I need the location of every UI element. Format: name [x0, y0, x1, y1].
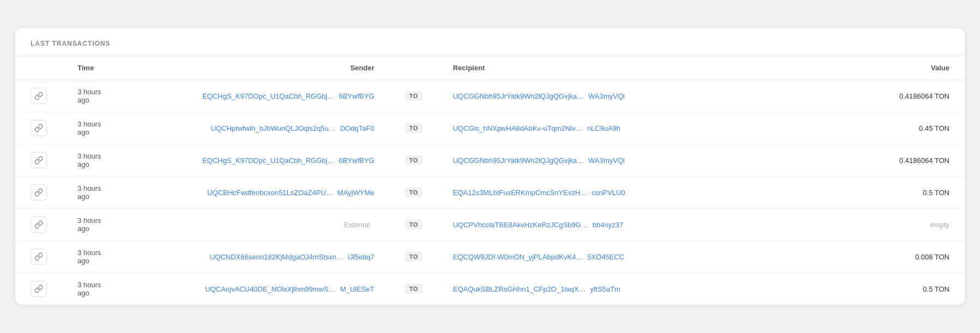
- table-row: 3 hours ago UQCAojvACU40DE_NOlxXjlhm99mw…: [15, 273, 965, 305]
- table-row: 3 hours ago UQCBHcFwdfenbcxon51LsZOaZ4PU…: [15, 177, 965, 209]
- link-icon[interactable]: [31, 281, 47, 297]
- time-text: 3 hours ago: [77, 249, 101, 265]
- row-icon-cell: [15, 241, 62, 273]
- row-icon-cell: [15, 273, 62, 305]
- card-header: LAST TRANSACTIONS: [15, 28, 965, 56]
- table-row: 3 hours agoExternalTO UQCPVhcclaTBE8AkvH…: [15, 209, 965, 241]
- row-badge-cell: TO: [390, 273, 438, 305]
- row-badge-cell: TO: [390, 144, 438, 177]
- sender-address-part1[interactable]: UQCNDX66senn182KjMdgaOJ4mStsxn…: [210, 253, 344, 261]
- recipient-address-sub[interactable]: csnPVLU0: [591, 189, 625, 197]
- table-row: 3 hours ago EQCHgS_K97DOpc_U1QaCbh_RGGbj…: [15, 144, 965, 177]
- row-value: 0.5 TON: [877, 273, 965, 305]
- recipient-address-main[interactable]: EQAQukSBLZRsGHhn1_CFp2O_1laqX…: [453, 285, 586, 293]
- to-badge: TO: [405, 284, 422, 294]
- sender-address-part1[interactable]: EQCHgS_K97DOpc_U1QaCbh_RGGbj…: [202, 92, 334, 100]
- time-text: 3 hours ago: [77, 184, 101, 201]
- row-value: 0.45 TON: [877, 112, 965, 144]
- row-sender: EQCHgS_K97DOpc_U1QaCbh_RGGbj… 6BYwfBYG: [128, 144, 390, 177]
- time-text: 3 hours ago: [77, 88, 101, 104]
- sender-address-part2[interactable]: 6BYwfBYG: [339, 156, 374, 165]
- time-text: 3 hours ago: [77, 152, 101, 168]
- row-time: 3 hours ago: [62, 273, 128, 305]
- row-value: 0.5 TON: [877, 177, 965, 209]
- recipient-address-main[interactable]: EQCQW9JDf-W0mON_yjPLAbpdKvK4…: [453, 253, 583, 261]
- to-badge: TO: [405, 91, 422, 101]
- row-value: 0.008 TON: [877, 241, 965, 273]
- sender-address-part2[interactable]: DOdqTaF0: [340, 124, 374, 132]
- sender-external-label: External: [344, 221, 370, 229]
- row-recipient: EQAQukSBLZRsGHhn1_CFp2O_1laqX… yftS5aTm: [438, 273, 877, 305]
- value-text: 0.5 TON: [923, 285, 949, 293]
- value-text: 0.45 TON: [919, 124, 949, 132]
- recipient-address-main[interactable]: UQCPVhcclaTBE8AkvHzKeRzJCgSb9G…: [453, 221, 588, 229]
- row-icon-cell: [15, 80, 62, 112]
- col-header-badge: [390, 56, 438, 80]
- row-recipient: UQCGGNbh95JrYatk9Wn2lQJgQGvjka… WA3myVQl: [438, 144, 877, 177]
- row-time: 3 hours ago: [62, 241, 128, 273]
- sender-address-part1[interactable]: UQCBHcFwdfenbcxon51LsZOaZ4PU…: [207, 189, 333, 197]
- to-badge: TO: [405, 220, 422, 229]
- value-text: 0.008 TON: [915, 253, 949, 261]
- recipient-address-main[interactable]: UQCGGNbh95JrYatk9Wn2lQJgQGvjka…: [453, 156, 584, 165]
- to-badge: TO: [405, 252, 422, 262]
- to-badge: TO: [405, 123, 422, 133]
- sender-address-part1[interactable]: UQCHptwfwlh_bJbWunQLJOqls2q5u…: [211, 124, 336, 132]
- link-icon[interactable]: [31, 216, 47, 233]
- recipient-address-sub[interactable]: 5XO45ECC: [587, 253, 624, 261]
- col-header-sender: Sender: [128, 56, 390, 80]
- row-icon-cell: [15, 177, 62, 209]
- recipient-address-sub[interactable]: bb4nyz37: [593, 221, 623, 229]
- row-recipient: EQA12s3MLbtFusERKmpCmcSnYEvzH… csnPVLU0: [438, 177, 877, 209]
- sender-address-part2[interactable]: MAyjWYMe: [337, 189, 374, 197]
- row-value: 0.4186064 TON: [877, 80, 965, 112]
- to-badge: TO: [405, 155, 422, 165]
- row-sender: EQCHgS_K97DOpc_U1QaCbh_RGGbj… 6BYwfBYG: [128, 80, 390, 112]
- recipient-address-main[interactable]: EQA12s3MLbtFusERKmpCmcSnYEvzH…: [453, 189, 587, 197]
- table-row: 3 hours ago UQCNDX66senn182KjMdgaOJ4mSts…: [15, 241, 965, 273]
- sender-address-part2[interactable]: M_UlESeT: [340, 285, 374, 293]
- row-time: 3 hours ago: [62, 177, 128, 209]
- link-icon[interactable]: [31, 249, 47, 265]
- col-header-value: Value: [877, 56, 965, 80]
- row-badge-cell: TO: [390, 177, 438, 209]
- recipient-address-main[interactable]: UQCGGNbh95JrYatk9Wn2lQJgQGvjka…: [453, 92, 584, 100]
- link-icon[interactable]: [31, 184, 47, 201]
- row-time: 3 hours ago: [62, 144, 128, 177]
- sender-address-part1[interactable]: EQCHgS_K97DOpc_U1QaCbh_RGGbj…: [202, 156, 334, 165]
- row-recipient: UQCGGNbh95JrYatk9Wn2lQJgQGvjka… WA3myVQl: [438, 80, 877, 112]
- row-badge-cell: TO: [390, 209, 438, 241]
- link-icon[interactable]: [31, 88, 47, 104]
- row-value: 0.4186064 TON: [877, 144, 965, 177]
- time-text: 3 hours ago: [77, 281, 101, 297]
- sender-address-part2[interactable]: iJl5ebq7: [348, 253, 374, 261]
- transactions-table: Time Sender Recipient Value 3 hours ago …: [15, 56, 965, 305]
- row-sender: UQCBHcFwdfenbcxon51LsZOaZ4PU… MAyjWYMe: [128, 177, 390, 209]
- value-text: 0.4186064 TON: [899, 92, 949, 100]
- row-sender: UQCHptwfwlh_bJbWunQLJOqls2q5u… DOdqTaF0: [128, 112, 390, 144]
- sender-address-part2[interactable]: 6BYwfBYG: [339, 92, 374, 100]
- row-sender: UQCNDX66senn182KjMdgaOJ4mStsxn… iJl5ebq7: [128, 241, 390, 273]
- recipient-address-sub[interactable]: yftS5aTm: [590, 285, 620, 293]
- recipient-address-main[interactable]: UQCGis_hNXpwHA8dAbKv-uTqm2Nlv…: [453, 124, 583, 132]
- row-badge-cell: TO: [390, 112, 438, 144]
- row-badge-cell: TO: [390, 80, 438, 112]
- row-recipient: UQCPVhcclaTBE8AkvHzKeRzJCgSb9G… bb4nyz37: [438, 209, 877, 241]
- value-text: 0.5 TON: [923, 189, 949, 197]
- link-icon[interactable]: [31, 152, 47, 168]
- row-value: empty: [877, 209, 965, 241]
- col-header-icon: [15, 56, 62, 80]
- link-icon[interactable]: [31, 120, 47, 136]
- row-sender: External: [128, 209, 390, 241]
- to-badge: TO: [405, 187, 422, 197]
- row-icon-cell: [15, 112, 62, 144]
- recipient-address-sub[interactable]: WA3myVQl: [588, 156, 625, 165]
- recipient-address-sub[interactable]: WA3myVQl: [588, 92, 625, 100]
- recipient-address-sub[interactable]: nLC9uA9h: [587, 124, 620, 132]
- sender-address-part1[interactable]: UQCAojvACU40DE_NOlxXjlhm99mwS…: [205, 285, 336, 293]
- time-text: 3 hours ago: [77, 120, 101, 136]
- card-title: LAST TRANSACTIONS: [31, 40, 110, 47]
- row-time: 3 hours ago: [62, 80, 128, 112]
- table-row: 3 hours ago EQCHgS_K97DOpc_U1QaCbh_RGGbj…: [15, 80, 965, 112]
- value-text: 0.4186064 TON: [899, 156, 949, 165]
